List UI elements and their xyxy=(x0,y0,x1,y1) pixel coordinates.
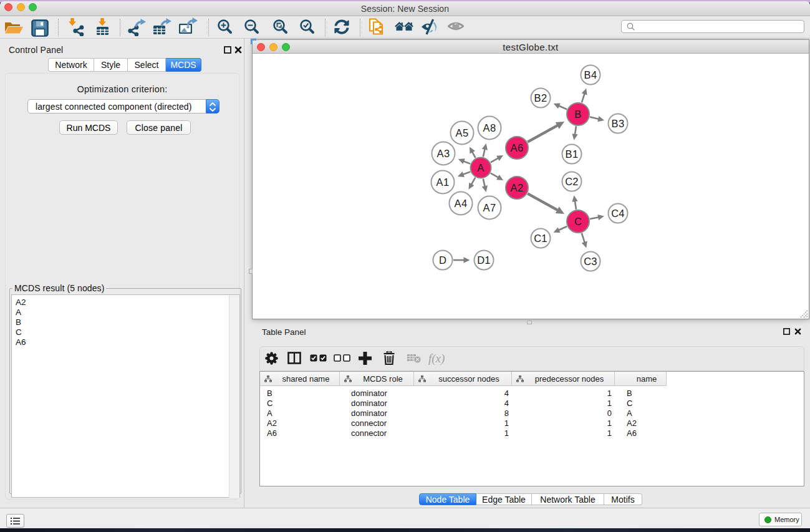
svg-text:C: C xyxy=(574,216,582,227)
svg-text:C3: C3 xyxy=(584,256,597,267)
svg-text:B: B xyxy=(574,109,581,120)
svg-text:D: D xyxy=(439,254,446,266)
svg-text:D1: D1 xyxy=(477,254,491,266)
svg-text:A4: A4 xyxy=(455,198,468,209)
svg-text:A: A xyxy=(477,162,484,173)
svg-text:A2: A2 xyxy=(511,182,524,193)
svg-text:B2: B2 xyxy=(534,92,547,104)
svg-text:C1: C1 xyxy=(534,233,547,244)
svg-text:B4: B4 xyxy=(584,69,597,80)
svg-text:A1: A1 xyxy=(436,177,450,188)
svg-text:A8: A8 xyxy=(483,122,496,133)
svg-text:A3: A3 xyxy=(437,148,450,159)
svg-text:B3: B3 xyxy=(612,118,625,129)
svg-text:C4: C4 xyxy=(611,208,625,219)
svg-text:B1: B1 xyxy=(566,148,579,160)
svg-text:C2: C2 xyxy=(565,176,579,187)
svg-text:A7: A7 xyxy=(483,202,496,213)
svg-text:A5: A5 xyxy=(456,127,469,138)
svg-text:A6: A6 xyxy=(511,142,524,153)
